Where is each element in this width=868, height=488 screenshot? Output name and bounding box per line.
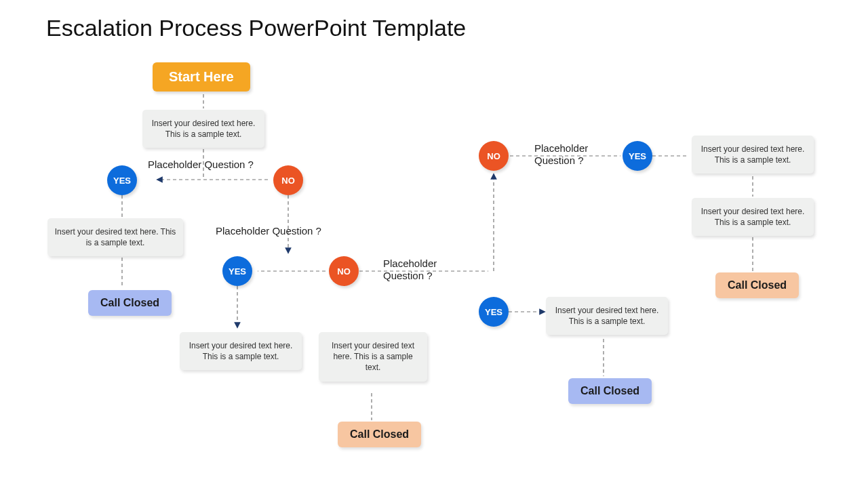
question-label: Placeholder Question ?	[216, 225, 321, 237]
call-closed-node: Call Closed	[568, 378, 652, 404]
yes-node: YES	[222, 256, 252, 286]
no-node: NO	[273, 165, 303, 195]
yes-node: YES	[623, 141, 652, 171]
text-box: Insert your desired text here. This is a…	[319, 332, 427, 382]
page-title: Escalation Process PowerPoint Template	[46, 15, 466, 41]
text-box: Insert your desired text here. This is a…	[142, 110, 264, 148]
start-node: Start Here	[153, 62, 250, 92]
no-node: NO	[329, 256, 359, 286]
yes-node: YES	[107, 165, 137, 195]
yes-node: YES	[479, 297, 509, 327]
question-label: PlaceholderQuestion ?	[534, 142, 588, 167]
question-label: Placeholder Question ?	[148, 159, 254, 171]
call-closed-node: Call Closed	[88, 290, 172, 316]
text-box: Insert your desired text here. This is a…	[180, 332, 302, 370]
call-closed-node: Call Closed	[338, 422, 421, 447]
no-node: NO	[479, 141, 509, 171]
call-closed-node: Call Closed	[715, 272, 799, 298]
question-label: PlaceholderQuestion ?	[383, 258, 437, 282]
text-box: Insert your desired text here. This is a…	[692, 136, 814, 174]
text-box: Insert your desired text here. This is a…	[47, 218, 183, 256]
text-box: Insert your desired text here. This is a…	[546, 297, 668, 335]
text-box: Insert your desired text here. This is a…	[692, 198, 814, 236]
